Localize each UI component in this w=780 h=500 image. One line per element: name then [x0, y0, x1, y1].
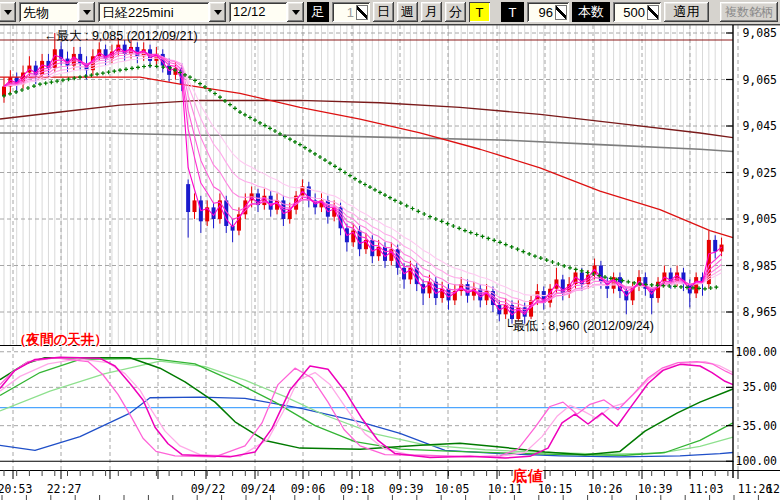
time-axis-label: 10:39 [638, 482, 673, 496]
chart-application: 9,0859,0659,0459,0259,0058,9858,965100.0… [0, 0, 780, 500]
spinner-icon[interactable] [356, 5, 368, 20]
price-axis-label: 9,005 [742, 212, 777, 226]
symbol-value[interactable]: 日経225mini [98, 2, 209, 22]
gray-ma-line [0, 133, 733, 152]
chevron-down-icon[interactable] [78, 2, 95, 22]
osc-axis-label: 100.00 [735, 345, 777, 359]
chevron-down-icon[interactable] [209, 2, 226, 22]
price-axis-label: 9,065 [742, 73, 777, 87]
hidden-combo[interactable] [0, 2, 16, 22]
candle-body-down [186, 184, 190, 212]
period-button-day[interactable]: 日 [373, 2, 394, 22]
max-price-annotation: ←最大 : 9,085 (2012/09/21) [44, 28, 198, 45]
chart-canvas: 9,0859,0659,0459,0259,0058,9858,965100.0… [0, 0, 780, 500]
tick-size-spinner[interactable]: 96 [527, 2, 569, 22]
candle-body-up [694, 277, 698, 293]
time-axis-label: 12:1 [766, 482, 780, 496]
price-axis-label: 9,085 [742, 26, 777, 40]
time-axis-label: 20:53 [0, 482, 32, 496]
period-button-week[interactable]: 週 [397, 2, 418, 22]
green-dotted-ma [2, 64, 718, 291]
time-axis-label: 09:39 [389, 482, 424, 496]
price-axis-label: 8,985 [742, 259, 777, 273]
time-axis-label: 09:06 [291, 482, 326, 496]
min-price-annotation: └最低 : 8,960 (2012/09/24) [504, 318, 654, 335]
bottom-price-annotation: 底値 [512, 467, 544, 486]
tick-size-label: T [501, 2, 524, 22]
time-axis-label: 22:27 [47, 482, 82, 496]
time-axis-label: 11:03 [689, 482, 724, 496]
toolbar: 先物 日経225mini 12/12 足 1 日 週 月 分 T T 96 本数… [0, 0, 780, 25]
price-axis-label: 9,025 [742, 166, 777, 180]
time-axis-label: 10:05 [435, 482, 470, 496]
candle-body-down [447, 289, 451, 301]
bar-count-label: 本数 [572, 2, 610, 22]
candle-body-down [383, 247, 387, 261]
osc-axis-label: -35.00 [735, 419, 777, 433]
apply-button[interactable]: 適用 [664, 2, 709, 22]
period-button-minute[interactable]: 分 [445, 2, 466, 22]
symbol-select[interactable]: 日経225mini [98, 2, 226, 22]
time-axis-label: 09/22 [191, 482, 226, 496]
contract-month-select[interactable]: 12/12 [229, 2, 304, 22]
night-ceiling-annotation: （夜間の天井） [13, 331, 108, 349]
bar-count-value[interactable]: 500 [615, 5, 647, 20]
chevron-down-icon[interactable] [0, 2, 16, 22]
period-button-tick[interactable]: T [469, 2, 490, 22]
bar-count-spinner[interactable]: 500 [613, 2, 661, 22]
time-axis-label: 10:26 [588, 482, 623, 496]
period-button-month[interactable]: 月 [421, 2, 442, 22]
time-axis-label: 09:18 [340, 482, 375, 496]
category-select[interactable]: 先物 [19, 2, 95, 22]
candle-body-down [269, 196, 273, 210]
candle-body-down [358, 231, 362, 250]
red-ma-line [0, 77, 733, 237]
bar-interval-value[interactable]: 1 [334, 5, 356, 20]
spinner-icon[interactable] [647, 5, 659, 20]
osc-axis-label: 35.00 [742, 380, 777, 394]
bar-type-label: 足 [307, 2, 329, 22]
chevron-down-icon[interactable] [287, 2, 304, 22]
contract-month-value[interactable]: 12/12 [229, 2, 287, 22]
multi-symbol-button: 複数銘柄 [720, 2, 778, 22]
price-axis-label: 8,965 [742, 305, 777, 319]
price-axis-label: 9,045 [742, 119, 777, 133]
time-axis-label: 09/24 [241, 482, 276, 496]
tick-size-value[interactable]: 96 [529, 5, 555, 20]
spinner-icon[interactable] [555, 5, 567, 20]
osc-axis-label: -100.00 [729, 454, 778, 468]
candle-body-down [713, 240, 717, 252]
bar-interval-spinner[interactable]: 1 [332, 2, 370, 22]
category-value[interactable]: 先物 [19, 2, 78, 22]
candle-body-up [193, 200, 197, 212]
